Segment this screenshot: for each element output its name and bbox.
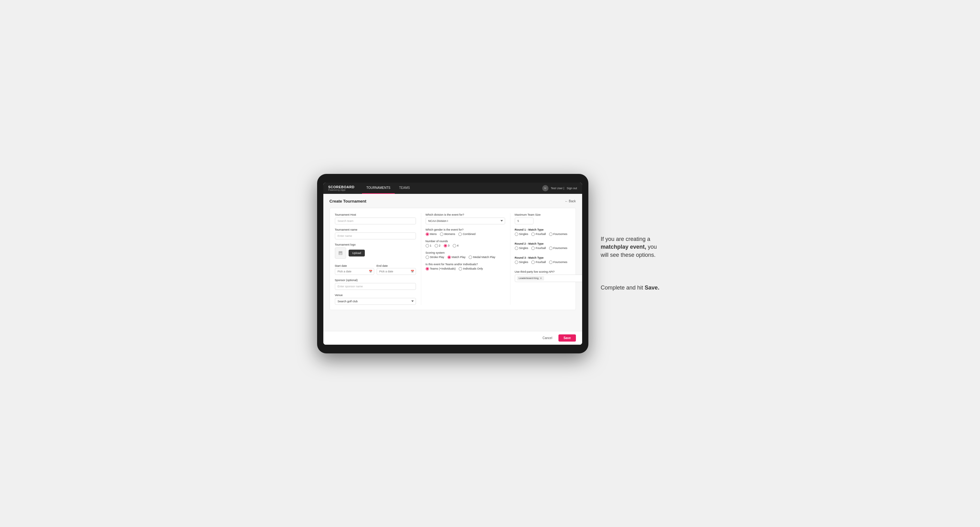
round1-title: Round 1 - Match Type	[515, 228, 582, 231]
sponsor-input[interactable]	[335, 283, 416, 290]
venue-select[interactable]: Search golf club	[335, 298, 416, 305]
gender-label: Which gender is the event for?	[426, 228, 505, 231]
individuals-radio[interactable]	[459, 267, 462, 270]
tab-teams[interactable]: TEAMS	[395, 183, 414, 194]
annotation-bottom-bold: Save.	[645, 284, 659, 291]
tablet-frame: SCOREBOARD Powered by clippt TOURNAMENTS…	[317, 174, 589, 353]
tournament-name-label: Tournament name	[335, 228, 416, 231]
api-tag-remove[interactable]: ✕	[540, 277, 542, 280]
annotation-top-text1: If you are creating a	[601, 236, 651, 242]
round3-fourball[interactable]: Fourball	[531, 260, 546, 264]
scoring-match[interactable]: Match Play	[447, 256, 466, 259]
api-group: Use third-party live scoring API? Leader…	[515, 270, 582, 282]
scoring-medal-radio[interactable]	[469, 256, 472, 259]
teams-radio[interactable]	[426, 267, 429, 270]
round3-singles[interactable]: Singles	[515, 260, 528, 264]
navbar: SCOREBOARD Powered by clippt TOURNAMENTS…	[323, 183, 582, 194]
teams-label: Is this event for Teams and/or Individua…	[426, 263, 505, 266]
start-date-input[interactable]	[335, 268, 374, 275]
gender-combined-radio[interactable]	[458, 232, 462, 236]
round-2[interactable]: 2	[435, 244, 441, 248]
user-name: Test User |	[551, 187, 564, 190]
gender-womens[interactable]: Womens	[440, 232, 455, 236]
round1-section: Round 1 - Match Type Singles Fourball	[515, 228, 582, 236]
round3-title: Round 3 - Match Type	[515, 256, 582, 259]
annotation-bottom-text1: Complete and hit	[601, 284, 645, 291]
round3-foursomes[interactable]: Foursomes	[549, 260, 568, 264]
scoring-stroke[interactable]: Stroke Play	[426, 256, 444, 259]
max-team-size-input[interactable]	[515, 217, 533, 224]
tournament-logo-label: Tournament logo	[335, 243, 416, 246]
round2-radio-group: Singles Fourball Foursomes	[515, 246, 582, 250]
avatar: U	[542, 185, 549, 191]
sponsor-label: Sponsor (optional)	[335, 279, 416, 282]
gender-combined[interactable]: Combined	[458, 232, 476, 236]
round3-section: Round 3 - Match Type Singles Fourball	[515, 256, 582, 264]
round-1-radio[interactable]	[426, 244, 429, 248]
round1-singles-radio[interactable]	[515, 232, 518, 236]
scoring-stroke-radio[interactable]	[426, 256, 429, 259]
sign-out-link[interactable]: Sign out	[566, 187, 577, 190]
end-date-group: End date 📅	[377, 262, 416, 275]
logo-placeholder	[335, 248, 346, 259]
round1-fourball-radio[interactable]	[531, 232, 535, 236]
round2-fourball[interactable]: Fourball	[531, 246, 546, 250]
page-title: Create Tournament	[329, 199, 366, 203]
api-tag: Leaderboard King ✕	[517, 276, 544, 281]
gender-womens-radio[interactable]	[440, 232, 443, 236]
back-link[interactable]: ← Back	[565, 200, 576, 203]
rounds-label: Number of rounds	[426, 240, 505, 243]
round1-foursomes[interactable]: Foursomes	[549, 232, 568, 236]
round2-foursomes-radio[interactable]	[549, 246, 552, 250]
gender-mens[interactable]: Mens	[426, 232, 437, 236]
round-1[interactable]: 1	[426, 244, 431, 248]
round3-radio-group: Singles Fourball Foursomes	[515, 260, 582, 264]
round1-singles[interactable]: Singles	[515, 232, 528, 236]
tournament-host-input[interactable]	[335, 217, 416, 224]
division-select[interactable]: NCAA Division I	[426, 217, 505, 224]
division-label: Which division is the event for?	[426, 213, 505, 216]
scoring-match-radio[interactable]	[447, 256, 451, 259]
round-4-radio[interactable]	[453, 244, 456, 248]
api-select-wrapper[interactable]: Leaderboard King ✕ ▼	[515, 275, 582, 282]
round-2-radio[interactable]	[435, 244, 438, 248]
round2-singles-radio[interactable]	[515, 246, 518, 250]
max-team-size-group: Maximum Team Size	[515, 213, 582, 224]
round3-singles-radio[interactable]	[515, 260, 518, 264]
end-date-input[interactable]	[377, 268, 416, 275]
round-4[interactable]: 4	[453, 244, 459, 248]
form-col-middle: Which division is the event for? NCAA Di…	[421, 213, 505, 305]
round3-fourball-radio[interactable]	[531, 260, 535, 264]
round-3-radio[interactable]	[444, 244, 447, 248]
upload-button[interactable]: Upload	[348, 250, 365, 257]
round2-title: Round 2 - Match Type	[515, 242, 582, 245]
individuals-option[interactable]: Individuals Only	[459, 267, 483, 270]
gender-group: Which gender is the event for? Mens Wome…	[426, 228, 505, 236]
create-tournament-form: Tournament Host Tournament name Tourname…	[329, 208, 576, 310]
round2-section: Round 2 - Match Type Singles Fourball	[515, 242, 582, 250]
date-row: Start date 📅 End date	[335, 262, 416, 275]
tournament-name-input[interactable]	[335, 232, 416, 239]
round2-singles[interactable]: Singles	[515, 246, 528, 250]
round3-foursomes-radio[interactable]	[549, 260, 552, 264]
teams-radio-group: Teams (+Individuals) Individuals Only	[426, 267, 505, 270]
teams-option[interactable]: Teams (+Individuals)	[426, 267, 456, 270]
scoring-medal[interactable]: Medal Match Play	[469, 256, 495, 259]
gender-radio-group: Mens Womens Combined	[426, 232, 505, 236]
rounds-group: Number of rounds 1 2	[426, 240, 505, 248]
annotation-top: If you are creating a matchplay event, y…	[601, 235, 663, 259]
scoring-radio-group: Stroke Play Match Play Medal Match Play	[426, 256, 505, 259]
tab-tournaments[interactable]: TOURNAMENTS	[362, 183, 395, 194]
round1-fourball[interactable]: Fourball	[531, 232, 546, 236]
venue-group: Venue Search golf club	[335, 294, 416, 305]
gender-mens-radio[interactable]	[426, 232, 429, 236]
cancel-button[interactable]: Cancel	[539, 334, 556, 341]
start-date-group: Start date 📅	[335, 262, 374, 275]
round2-foursomes[interactable]: Foursomes	[549, 246, 568, 250]
round2-fourball-radio[interactable]	[531, 246, 535, 250]
form-footer: Cancel Save	[323, 331, 582, 345]
save-button[interactable]: Save	[558, 334, 576, 341]
round1-foursomes-radio[interactable]	[549, 232, 552, 236]
sponsor-group: Sponsor (optional)	[335, 279, 416, 290]
round-3[interactable]: 3	[444, 244, 450, 248]
